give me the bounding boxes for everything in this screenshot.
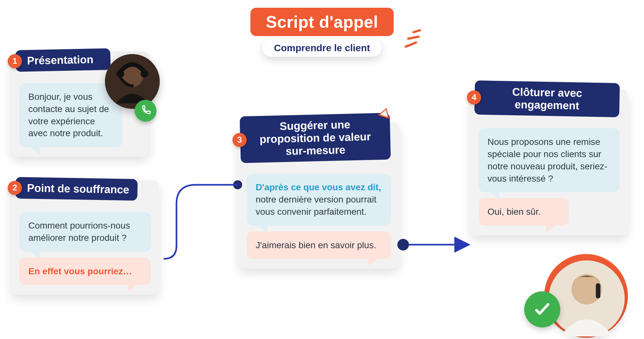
svg-point-6: [141, 70, 148, 78]
bubble-text: notre dernière version pourrait vous con…: [256, 194, 376, 217]
step-card-4: 4 Clôturer avec engagement Nous proposon…: [470, 89, 628, 235]
header-subtitle: Comprendre le client: [262, 39, 382, 57]
speech-bubble-agent: Comment pourrions-nous améliorer notre p…: [19, 212, 151, 252]
step-title-1: 1 Présentation: [15, 48, 110, 72]
header-title: Script d'appel: [251, 8, 394, 36]
client-avatar: [549, 260, 625, 336]
phone-icon: [135, 100, 156, 122]
svg-rect-9: [596, 283, 600, 298]
step-title-3: 3 Suggérer une proposition de valeur sur…: [240, 113, 391, 163]
step-title-label: Présentation: [27, 53, 94, 67]
step-card-3: 3 Suggérer une proposition de valeur sur…: [238, 122, 399, 268]
step-number-3: 3: [232, 133, 247, 147]
spark-decoration-icon: [402, 29, 428, 55]
speech-bubble-client: En effet vous pourriez…: [19, 258, 151, 285]
speech-bubble-client: Oui, bien sûr.: [478, 198, 569, 226]
connector-3-to-4: [398, 238, 475, 258]
check-icon: [524, 291, 560, 327]
step-number-2: 2: [8, 181, 22, 195]
step-title-label: Clôturer avec engagement: [512, 86, 582, 112]
speech-bubble-client: J'aimerais bien en savoir plus.: [247, 231, 391, 259]
svg-line-2: [413, 30, 420, 32]
speech-bubble-agent: D'après ce que vous avez dit, notre dern…: [247, 174, 391, 225]
svg-point-11: [397, 239, 409, 250]
step-title-label: Suggérer une proposition de valeur sur-m…: [260, 118, 371, 157]
step-number-1: 1: [8, 54, 22, 68]
step-number-4: 4: [467, 90, 481, 105]
connector-2-to-3: [159, 180, 243, 264]
speech-bubble-agent: Nous proposons une remise spéciale pour …: [478, 128, 620, 192]
highlight-text: D'après ce que vous avez dit,: [256, 182, 381, 192]
svg-line-0: [406, 42, 416, 47]
highlight-text: En effet vous pourriez…: [28, 266, 132, 276]
svg-line-1: [408, 37, 419, 39]
step-title-label: Point de souffrance: [27, 182, 129, 196]
step-title-2: 2 Point de souffrance: [15, 177, 137, 201]
step-card-2: 2 Point de souffrance Comment pourrions-…: [11, 180, 159, 295]
agent-avatar: [105, 54, 160, 109]
step-title-4: 4 Clôturer avec engagement: [474, 80, 620, 118]
